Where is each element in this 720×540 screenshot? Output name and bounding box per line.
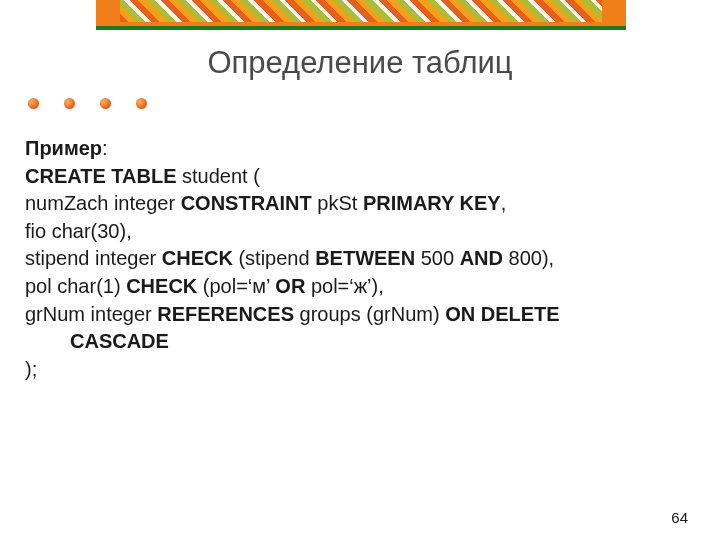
slide-title: Определение таблиц: [0, 45, 720, 81]
example-heading: Пример:: [25, 135, 695, 163]
bullet-row: [28, 98, 147, 109]
code-line: pol char(1) CHECK (pol=‘м’ OR pol=‘ж’),: [25, 273, 695, 301]
code-line: grNum integer REFERENCES groups (grNum) …: [25, 301, 695, 329]
code-line-indent: CASCADE: [25, 328, 695, 356]
banner-underline: [96, 26, 626, 30]
code-line: CREATE TABLE student (: [25, 163, 695, 191]
page-number: 64: [671, 509, 688, 526]
code-line: );: [25, 356, 695, 384]
slide-body: Пример: CREATE TABLE student ( numZach i…: [25, 135, 695, 383]
code-line: numZach integer CONSTRAINT pkSt PRIMARY …: [25, 190, 695, 218]
banner-pattern: [120, 0, 602, 22]
bullet-dot-icon: [100, 98, 111, 109]
code-line: stipend integer CHECK (stipend BETWEEN 5…: [25, 245, 695, 273]
decorative-banner: [96, 0, 626, 30]
bullet-dot-icon: [28, 98, 39, 109]
code-line: fio char(30),: [25, 218, 695, 246]
bullet-dot-icon: [136, 98, 147, 109]
bullet-dot-icon: [64, 98, 75, 109]
